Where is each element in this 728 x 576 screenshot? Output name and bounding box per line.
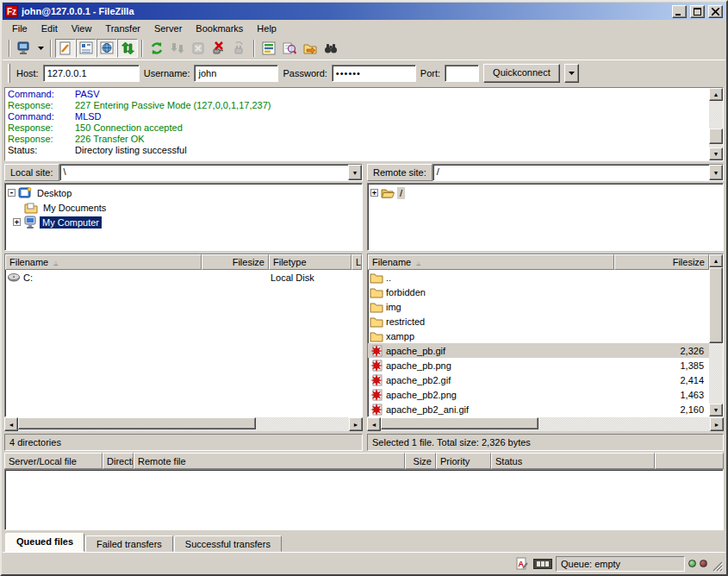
speed-limit-icon[interactable] [533,559,552,569]
directory-comparison-button[interactable] [279,39,300,58]
column-header-filename[interactable]: Filename▲ [368,254,614,270]
menu-edit[interactable]: Edit [34,22,65,35]
menu-server[interactable]: Server [147,22,189,35]
column-header-size[interactable]: Size [405,453,436,469]
site-manager-dropdown-button[interactable] [34,39,47,58]
expand-icon[interactable]: + [13,218,21,226]
password-input[interactable]: •••••• [332,65,416,82]
column-header-filename[interactable]: Filename▲ [5,254,202,270]
find-files-button[interactable] [320,39,341,58]
tree-item-desktop[interactable]: - Desktop [6,185,361,200]
remote-vertical-scrollbar[interactable]: ▲ ▼ [709,254,723,416]
minimize-button[interactable] [672,5,687,18]
column-header-remote-file[interactable]: Remote file [134,453,405,469]
cancel-operation-button [188,39,208,58]
column-header-last-modified[interactable]: L [352,254,362,270]
scroll-right-button[interactable]: ► [349,417,363,431]
toggle-transfer-queue-button[interactable] [117,39,138,58]
file-name: img [386,302,401,312]
column-header-filesize[interactable]: Filesize [202,254,269,270]
tab-failed-transfers[interactable]: Failed transfers [85,535,173,552]
collapse-icon[interactable]: - [8,189,16,197]
scroll-track[interactable] [381,417,710,431]
file-row[interactable]: apache_pb2_ani.gif 2,160 [368,402,709,416]
menu-transfer[interactable]: Transfer [98,22,147,35]
port-input[interactable] [445,65,479,82]
file-row[interactable]: apache_pb2.gif 2,414 [368,373,709,387]
tree-item-label[interactable]: Desktop [34,187,74,199]
username-input[interactable]: john [194,65,278,82]
site-manager-button[interactable] [14,39,34,58]
toggle-local-tree-button[interactable] [76,39,96,58]
scroll-up-button[interactable]: ▲ [709,254,723,267]
host-input[interactable]: 127.0.0.1 [43,65,140,82]
scroll-right-button[interactable]: ► [710,417,724,431]
scroll-track[interactable] [709,267,723,404]
tree-item-label[interactable]: / [397,187,405,199]
scroll-thumb[interactable] [709,128,723,144]
file-row[interactable]: img [368,299,709,314]
column-header-direction[interactable]: Directi... [103,453,134,469]
toggle-message-log-button[interactable] [55,39,76,58]
quickconnect-button[interactable]: Quickconnect [483,64,560,83]
column-header-priority[interactable]: Priority [436,453,491,469]
scroll-down-button[interactable]: ▼ [709,147,723,160]
refresh-button[interactable] [146,39,167,58]
tree-item-my-documents[interactable]: My Documents [6,200,361,215]
file-row-selected[interactable]: apache_pb.gif 2,326 [368,343,709,358]
directory-listing-filters-button[interactable] [258,39,279,58]
scroll-left-button[interactable]: ◄ [367,417,381,431]
menu-bar: File Edit View Transfer Server Bookmarks… [3,20,725,36]
menu-bookmarks[interactable]: Bookmarks [189,22,250,35]
scroll-left-button[interactable]: ◄ [4,417,18,431]
tree-item-label[interactable]: My Computer [40,216,102,229]
ascii-transfer-type-icon[interactable]: A [514,557,530,571]
remote-site-dropdown-button[interactable]: ▼ [709,165,723,180]
menu-help[interactable]: Help [250,22,283,35]
local-site-dropdown-button[interactable]: ▼ [348,165,362,180]
tree-item-label[interactable]: My Documents [40,202,109,214]
scroll-thumb[interactable] [18,417,256,429]
menu-view[interactable]: View [65,22,99,35]
local-site-value[interactable]: \ [60,165,348,180]
column-header-status[interactable]: Status [491,453,655,469]
scroll-thumb[interactable] [381,417,538,429]
file-row[interactable]: apache_pb.png 1,385 [368,358,709,373]
file-row[interactable]: apache_pb2.png 1,463 [368,387,709,402]
scroll-track[interactable] [18,417,349,431]
file-row[interactable]: .. [368,270,709,285]
local-horizontal-scrollbar[interactable]: ◄ ► [4,417,363,431]
scroll-track[interactable] [709,101,723,147]
column-header-filetype[interactable]: Filetype [269,254,352,270]
remote-site-value[interactable]: / [433,165,709,180]
local-site-combobox[interactable]: \ ▼ [59,164,363,181]
file-row[interactable]: restricted [368,314,709,329]
expand-icon[interactable]: + [370,189,378,197]
remote-site-combobox[interactable]: / ▼ [432,164,724,181]
scroll-up-button[interactable]: ▲ [709,88,723,101]
maximize-button[interactable] [690,5,705,18]
remote-list-body: .. forbidden img restricted [368,270,709,416]
tree-item-my-computer[interactable]: + My Computer [6,215,361,229]
column-header-server-local-file[interactable]: Server/Local file [4,453,103,469]
toggle-remote-tree-button[interactable] [96,39,117,58]
scroll-thumb[interactable] [709,267,723,343]
column-header-filesize[interactable]: Filesize [614,254,709,270]
tab-successful-transfers[interactable]: Successful transfers [174,535,282,552]
remote-horizontal-scrollbar[interactable]: ◄ ► [367,417,724,431]
disconnect-icon [212,41,226,55]
disconnect-button[interactable] [208,39,229,58]
tab-queued-files[interactable]: Queued files [5,533,84,552]
close-button[interactable] [708,5,723,18]
menu-file[interactable]: File [5,22,34,35]
file-row[interactable]: C: Local Disk [5,270,362,285]
file-row[interactable]: xampp [368,329,709,343]
quickconnect-dropdown-button[interactable] [564,64,579,83]
log-scrollbar[interactable]: ▲ ▼ [709,88,723,160]
synchronized-browsing-button[interactable] [300,39,320,58]
file-row[interactable]: forbidden [368,285,709,299]
reconnect-button [229,39,250,58]
scroll-down-button[interactable]: ▼ [709,404,723,416]
tree-item-root[interactable]: + / [369,185,722,200]
resize-grip[interactable] [711,560,723,572]
